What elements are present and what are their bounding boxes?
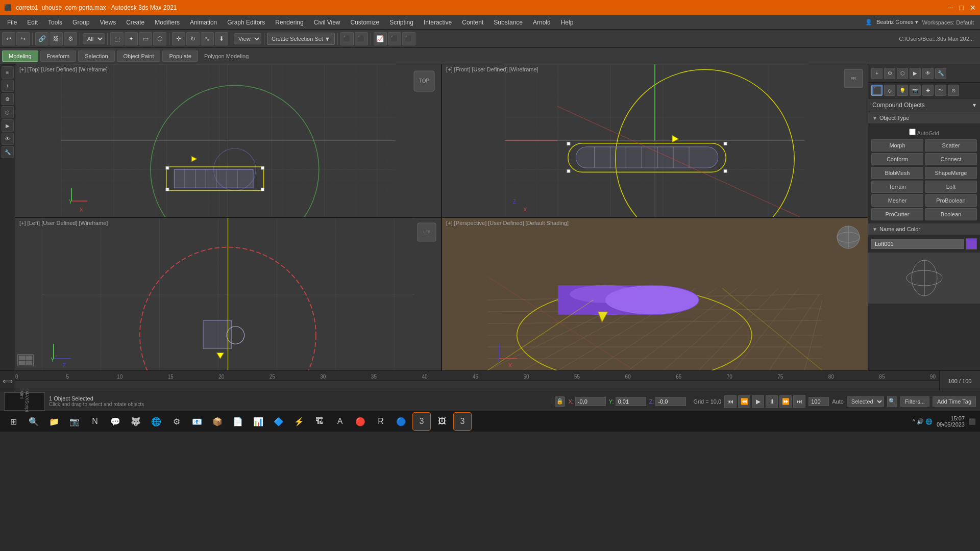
show-desktop-button[interactable]: ⬛ bbox=[969, 418, 976, 425]
ot-boolean-button[interactable]: Boolean bbox=[925, 208, 977, 220]
rp-camera-icon[interactable]: 📷 bbox=[910, 85, 921, 96]
viewport-persp-label[interactable]: [+] [Perspective] [User Defined] [Defaul… bbox=[446, 220, 569, 226]
layout-icon[interactable] bbox=[17, 354, 34, 366]
taskbar-app12[interactable]: 🔷 bbox=[270, 412, 288, 431]
ot-blobmesh-button[interactable]: BlobMesh bbox=[871, 167, 923, 179]
place-button[interactable]: ⬇ bbox=[215, 32, 228, 45]
taskbar-app16[interactable]: 🔴 bbox=[351, 412, 370, 431]
unlink-button[interactable]: ⛓ bbox=[50, 32, 63, 45]
timeline-track[interactable]: 0 5 10 15 20 25 30 35 40 45 50 55 60 65 … bbox=[15, 371, 939, 391]
curve-editor-button[interactable]: 📈 bbox=[374, 32, 387, 45]
ot-procutter-button[interactable]: ProCutter bbox=[871, 208, 923, 220]
menu-modifiers[interactable]: Modifiers bbox=[150, 17, 185, 28]
ot-shapemerge-button[interactable]: ShapeMerge bbox=[925, 167, 977, 179]
link-button[interactable]: 🔗 bbox=[35, 32, 48, 45]
tab-freeform[interactable]: Freeform bbox=[40, 51, 77, 62]
viewport-top-plus[interactable]: [+] bbox=[19, 66, 26, 72]
next-frame-button[interactable]: ⏩ bbox=[779, 395, 792, 408]
scale-button[interactable]: ⤡ bbox=[201, 32, 214, 45]
taskbar-app14[interactable]: 🏗 bbox=[310, 412, 329, 431]
taskbar-app15[interactable]: A bbox=[331, 412, 349, 431]
taskbar-app7[interactable]: ⚙ bbox=[167, 412, 186, 431]
tab-object-paint[interactable]: Object Paint bbox=[117, 51, 161, 62]
menu-edit[interactable]: Edit bbox=[22, 17, 43, 28]
taskbar-app3[interactable]: N bbox=[86, 412, 104, 431]
compound-objects-dropdown[interactable]: Compound Objects ▾ bbox=[868, 98, 980, 112]
tab-populate[interactable]: Populate bbox=[162, 51, 198, 62]
current-frame-input[interactable] bbox=[808, 397, 829, 406]
rp-helpers-icon[interactable]: ✚ bbox=[922, 85, 934, 96]
ot-scatter-button[interactable]: Scatter bbox=[925, 139, 977, 152]
create-selection-set-button[interactable]: Create Selection Set ▼ bbox=[267, 33, 335, 45]
move-button[interactable]: ✛ bbox=[172, 32, 185, 45]
taskbar-app11[interactable]: 📊 bbox=[249, 412, 267, 431]
rp-modify-icon[interactable]: ⚙ bbox=[884, 68, 895, 79]
go-start-button[interactable]: ⏮ bbox=[724, 395, 737, 408]
view-cube-front[interactable]: FR bbox=[843, 68, 864, 89]
minimize-button[interactable]: ─ bbox=[948, 4, 953, 12]
menu-interactive[interactable]: Interactive bbox=[419, 17, 457, 28]
stop-button[interactable]: ⏸ bbox=[766, 395, 778, 408]
filter-dropdown[interactable]: All bbox=[83, 33, 105, 44]
add-time-tag-button[interactable]: Add Time Tag bbox=[933, 396, 976, 407]
menu-substance[interactable]: Substance bbox=[488, 17, 528, 28]
y-input[interactable] bbox=[616, 397, 646, 406]
sidebar-command-panel[interactable]: ≡ bbox=[2, 66, 14, 79]
viewport-left[interactable]: [+] [Left] [User Defined] [Wireframe] bbox=[15, 218, 441, 370]
ot-loft-button[interactable]: Loft bbox=[925, 181, 977, 193]
ot-morph-button[interactable]: Morph bbox=[871, 139, 923, 152]
ot-mesher-button[interactable]: Mesher bbox=[871, 194, 923, 207]
taskbar-3dsmax2[interactable]: 3 bbox=[453, 412, 472, 431]
title-bar-controls[interactable]: ─ □ ✕ bbox=[948, 4, 976, 12]
taskbar-camera[interactable]: 📷 bbox=[65, 412, 84, 431]
viewport-left-plus[interactable]: [+] bbox=[19, 220, 26, 226]
viewport-perspective[interactable]: [+] [Perspective] [User Defined] [Defaul… bbox=[442, 218, 868, 370]
view-dropdown[interactable]: View bbox=[234, 33, 261, 44]
rp-lights-icon[interactable]: 💡 bbox=[897, 85, 908, 96]
maxscript-mini[interactable]: MAXScript Mini bbox=[4, 392, 45, 411]
menu-civil-view[interactable]: Civil View bbox=[309, 17, 346, 28]
rp-utilities-icon[interactable]: 🔧 bbox=[935, 68, 946, 79]
rp-display-icon[interactable]: 👁 bbox=[922, 68, 934, 79]
taskbar-3dsmax[interactable]: 3 bbox=[412, 412, 431, 431]
rp-spacewarp-icon[interactable]: 〜 bbox=[935, 85, 946, 96]
search-button[interactable]: 🔍 bbox=[887, 396, 897, 407]
rotate-button[interactable]: ↻ bbox=[186, 32, 200, 45]
select-name-button[interactable]: ✦ bbox=[125, 32, 138, 45]
rp-motion-icon[interactable]: ▶ bbox=[910, 68, 921, 79]
menu-file[interactable]: File bbox=[2, 17, 22, 28]
object-name-input[interactable] bbox=[871, 239, 964, 249]
menu-graph-editors[interactable]: Graph Editors bbox=[222, 17, 270, 28]
undo-button[interactable]: ↩ bbox=[2, 32, 15, 45]
menu-animation[interactable]: Animation bbox=[185, 17, 222, 28]
viewport-persp-plus[interactable]: [+] bbox=[446, 220, 453, 226]
taskbar-app20[interactable]: 🖼 bbox=[433, 412, 451, 431]
tab-modeling[interactable]: Modeling bbox=[2, 51, 38, 62]
taskbar-files[interactable]: 📁 bbox=[45, 412, 63, 431]
taskbar-app9[interactable]: 📦 bbox=[208, 412, 227, 431]
bind-button[interactable]: ⚙ bbox=[64, 32, 77, 45]
taskbar-app5[interactable]: 🐺 bbox=[127, 412, 145, 431]
rp-hierarchy-icon[interactable]: ⬡ bbox=[897, 68, 908, 79]
menu-help[interactable]: Help bbox=[556, 17, 579, 28]
taskbar-app6[interactable]: 🌐 bbox=[147, 412, 165, 431]
rect-select-button[interactable]: ▭ bbox=[139, 32, 152, 45]
tab-selection[interactable]: Selection bbox=[78, 51, 114, 62]
sidebar-display[interactable]: 👁 bbox=[2, 133, 14, 145]
menu-create[interactable]: Create bbox=[121, 17, 150, 28]
align-button[interactable]: ⬛ bbox=[355, 32, 368, 45]
ot-conform-button[interactable]: Conform bbox=[871, 153, 923, 165]
name-color-section-header[interactable]: ▼ Name and Color bbox=[868, 223, 980, 235]
viewport-top[interactable]: [+] [Top] [User Defined] [Wireframe] bbox=[15, 64, 441, 217]
selected-dropdown[interactable]: Selected bbox=[847, 396, 884, 407]
rp-shape-icon[interactable]: ◇ bbox=[884, 85, 895, 96]
view-cube-left[interactable]: LFT bbox=[416, 222, 437, 242]
viewport-left-label[interactable]: [+] [Left] [User Defined] [Wireframe] bbox=[19, 220, 108, 226]
object-type-section-header[interactable]: ▼ Object Type bbox=[868, 112, 980, 124]
menu-arnold[interactable]: Arnold bbox=[528, 17, 556, 28]
taskbar-app10[interactable]: 📄 bbox=[229, 412, 247, 431]
taskbar-app4[interactable]: 💬 bbox=[106, 412, 125, 431]
menu-content[interactable]: Content bbox=[457, 17, 488, 28]
menu-tools[interactable]: Tools bbox=[43, 17, 67, 28]
rp-create-icon[interactable]: + bbox=[871, 68, 883, 79]
